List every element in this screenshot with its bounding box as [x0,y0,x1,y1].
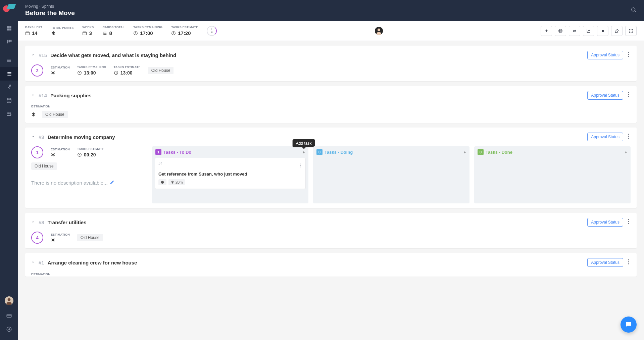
target-button[interactable] [555,26,566,36]
assignee-avatar[interactable] [375,27,383,35]
svg-point-66 [628,219,629,220]
nav-logout[interactable] [0,323,18,336]
stop-button[interactable] [597,26,608,36]
plus-icon [544,29,549,33]
svg-rect-24 [7,314,11,318]
svg-rect-35 [103,33,104,34]
add-done-task[interactable]: + [625,150,627,155]
list-icon [6,71,12,77]
svg-point-20 [10,114,11,115]
clock-icon [77,152,82,157]
expand-toggle[interactable] [31,92,35,98]
card-title: Determine moving company [48,134,115,140]
add-button[interactable] [541,26,552,36]
more-menu[interactable] [627,91,631,100]
metric-tasks-remaining: TASKS REMAINING 17:00 [133,26,162,36]
svg-line-28 [635,11,636,12]
more-menu[interactable] [627,258,631,267]
nav-activity[interactable] [0,81,18,94]
asterisk-icon [51,31,56,36]
expand-toggle[interactable] [31,219,35,225]
svg-point-65 [161,181,164,184]
tasks-estimate-metric: TASKS ESTIMATE 13:00 [114,65,141,76]
metrics-toolbar: DAYS LEFT 14 TOTAL POINTS WEEKS 3 CARDS … [18,21,644,41]
card-title: Packing supplies [50,93,92,98]
more-menu[interactable] [627,132,631,142]
metric-tasks-estimate: TASKS ESTIMATE 17:20 [171,26,198,36]
svg-point-71 [628,263,629,264]
tasks-estimate-metric: TASKS ESTIMATE 00:20 [77,147,104,157]
chart-icon [586,29,591,33]
database-icon [6,98,12,104]
svg-point-59 [628,136,629,137]
logout-icon [6,326,12,332]
task-more[interactable] [298,161,302,170]
approval-status-button[interactable]: Approval Status [587,51,623,59]
svg-point-17 [7,98,11,100]
more-menu[interactable] [627,50,631,60]
svg-point-42 [378,29,380,31]
svg-rect-29 [26,32,30,35]
chat-widget[interactable] [621,317,637,333]
svg-point-52 [628,56,629,57]
collapse-toggle[interactable] [31,134,35,140]
tasks-remaining-metric: TASKS REMAINING 13:00 [77,65,106,76]
tasks-done-column: 0Tasks - Done + [474,146,631,203]
nav-team[interactable] [0,107,18,121]
fullscreen-icon [629,29,633,33]
tasks-doing-column: 0Tasks - Doing + [313,146,469,203]
chart-button[interactable] [583,26,594,36]
nav-list-1[interactable] [0,54,18,67]
svg-point-60 [628,138,629,139]
svg-point-69 [628,259,629,260]
svg-rect-13 [8,74,11,74]
edit-button[interactable] [611,26,623,36]
approval-status-button[interactable]: Approval Status [587,258,623,267]
add-doing-task[interactable]: + [463,150,466,155]
add-todo-task[interactable]: Add task + [302,150,305,155]
chevron-right-icon [31,260,35,264]
user-avatar[interactable] [5,296,13,305]
transfer-button[interactable] [569,26,580,36]
card-icon [6,313,12,319]
tasks-todo-column: 1Tasks - To Do Add task + #4 [152,146,308,203]
edit-icon [614,29,619,33]
fullscreen-button[interactable] [625,26,637,36]
clock-icon [171,31,176,36]
more-menu[interactable] [627,217,631,227]
svg-point-70 [628,261,629,262]
svg-rect-37 [103,34,104,35]
svg-point-50 [628,52,629,53]
nav-billing[interactable] [0,309,18,323]
more-vert-icon [628,259,629,264]
todo-count: 1 [155,149,161,155]
tag: Old House [31,162,57,170]
nav-list-2[interactable] [0,67,18,81]
card-title: Decide what gets moved, and what is stay… [50,52,176,58]
expand-toggle[interactable] [31,259,35,265]
edit-description[interactable] [110,180,114,186]
doing-label: Tasks - Doing [325,150,353,155]
search-button[interactable] [631,7,637,14]
svg-rect-15 [8,75,11,76]
expand-toggle[interactable] [31,52,35,58]
nav-database[interactable] [0,94,18,107]
task-card[interactable]: #4 Get reference from Susan, who just mo… [155,158,306,189]
nav-dashboard[interactable] [0,21,18,35]
svg-point-68 [628,223,629,224]
card-id: #14 [39,93,47,98]
estimation-metric: ESTIMATION [51,66,70,75]
search-icon [631,7,637,13]
svg-point-48 [560,31,560,31]
done-count: 0 [478,149,484,155]
nav-board[interactable] [0,35,18,48]
dashboard-icon [6,25,12,31]
approval-status-button[interactable]: Approval Status [587,218,623,227]
clock-icon [133,31,138,36]
card-id: #3 [39,134,44,140]
approval-status-button[interactable]: Approval Status [587,133,623,141]
approval-status-button[interactable]: Approval Status [587,91,623,100]
sprint-card-expanded: #3 Determine moving company Approval Sta… [25,128,637,208]
clock-icon [161,181,164,184]
svg-rect-31 [83,32,87,35]
